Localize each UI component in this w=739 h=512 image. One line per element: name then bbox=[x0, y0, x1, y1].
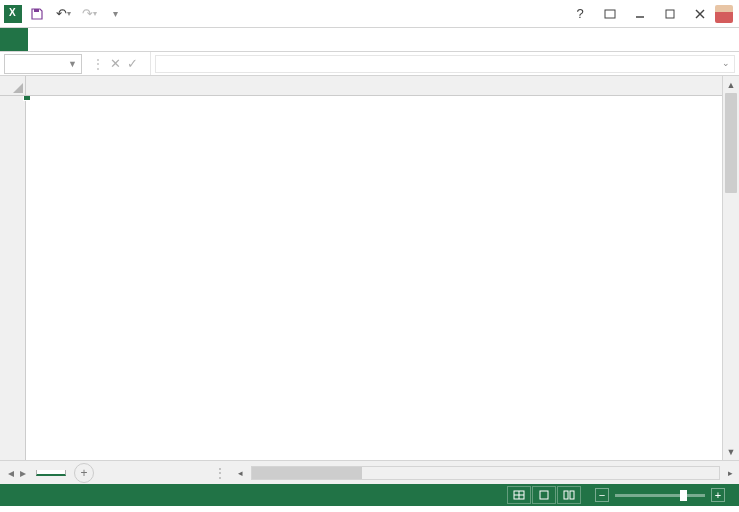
cancel-formula-icon[interactable]: ✕ bbox=[110, 56, 121, 71]
chevron-down-icon[interactable]: ▼ bbox=[68, 59, 77, 69]
zoom-out-icon[interactable]: − bbox=[595, 488, 609, 502]
horizontal-scrollbar[interactable] bbox=[251, 466, 720, 480]
formula-bar[interactable]: ⌄ bbox=[155, 55, 735, 73]
tab-view[interactable] bbox=[196, 28, 224, 51]
tab-review[interactable] bbox=[168, 28, 196, 51]
maximize-icon[interactable] bbox=[655, 3, 685, 25]
tab-split-handle[interactable]: ⋮ bbox=[214, 466, 226, 480]
fx-separator: ⋮ bbox=[92, 57, 104, 71]
app-icon bbox=[4, 5, 22, 23]
svg-rect-0 bbox=[34, 9, 39, 12]
minimize-icon[interactable] bbox=[625, 3, 655, 25]
svg-rect-9 bbox=[540, 491, 548, 499]
sheet-tab-active[interactable] bbox=[36, 470, 66, 476]
scroll-right-icon[interactable]: ▸ bbox=[722, 464, 739, 481]
expand-formula-icon[interactable]: ⌄ bbox=[722, 58, 730, 68]
name-box[interactable]: ▼ bbox=[4, 54, 82, 74]
qat-customize-icon[interactable]: ▾ bbox=[104, 3, 126, 25]
tab-data[interactable] bbox=[140, 28, 168, 51]
select-all-button[interactable] bbox=[0, 76, 26, 96]
close-icon[interactable] bbox=[685, 3, 715, 25]
svg-rect-3 bbox=[666, 10, 674, 18]
scroll-up-icon[interactable]: ▲ bbox=[723, 76, 739, 93]
help-icon[interactable]: ? bbox=[565, 3, 595, 25]
svg-rect-11 bbox=[570, 491, 574, 499]
vertical-scrollbar[interactable] bbox=[723, 93, 739, 443]
enter-formula-icon[interactable]: ✓ bbox=[127, 56, 138, 71]
view-pagelayout-icon[interactable] bbox=[532, 486, 556, 504]
user-avatar[interactable] bbox=[715, 5, 733, 23]
svg-rect-1 bbox=[605, 10, 615, 18]
scroll-down-icon[interactable]: ▼ bbox=[723, 443, 739, 460]
svg-rect-10 bbox=[564, 491, 568, 499]
save-icon[interactable] bbox=[26, 3, 48, 25]
cell-grid[interactable] bbox=[26, 96, 722, 460]
redo-icon[interactable]: ↷▾ bbox=[78, 3, 100, 25]
scroll-left-icon[interactable]: ◂ bbox=[232, 464, 249, 481]
tab-formulas[interactable] bbox=[112, 28, 140, 51]
tab-pagelayout[interactable] bbox=[84, 28, 112, 51]
tab-file[interactable] bbox=[0, 28, 28, 51]
ribbon-display-icon[interactable] bbox=[595, 3, 625, 25]
view-pagebreak-icon[interactable] bbox=[557, 486, 581, 504]
view-normal-icon[interactable] bbox=[507, 486, 531, 504]
new-sheet-button[interactable]: + bbox=[74, 463, 94, 483]
sheet-nav-last-icon[interactable]: ▸ bbox=[18, 466, 28, 480]
tab-insert[interactable] bbox=[56, 28, 84, 51]
zoom-in-icon[interactable]: + bbox=[711, 488, 725, 502]
sheet-nav-first-icon[interactable]: ◂ bbox=[6, 466, 16, 480]
undo-icon[interactable]: ↶▾ bbox=[52, 3, 74, 25]
zoom-slider[interactable] bbox=[615, 494, 705, 497]
tab-home[interactable] bbox=[28, 28, 56, 51]
